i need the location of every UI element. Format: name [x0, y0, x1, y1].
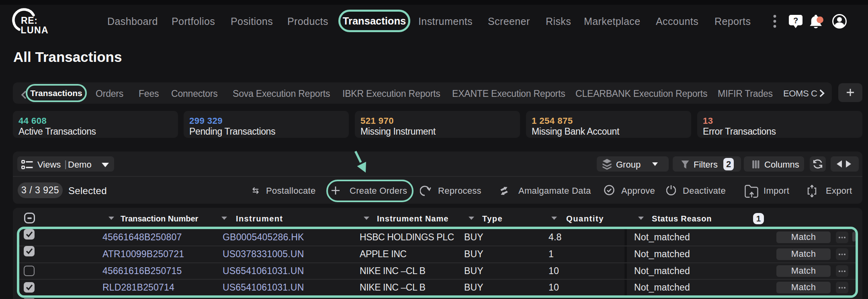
- svg-text:LUNA: LUNA: [21, 25, 49, 35]
- svg-text:?: ?: [793, 16, 798, 25]
- svg-text:RE:: RE:: [21, 15, 37, 26]
